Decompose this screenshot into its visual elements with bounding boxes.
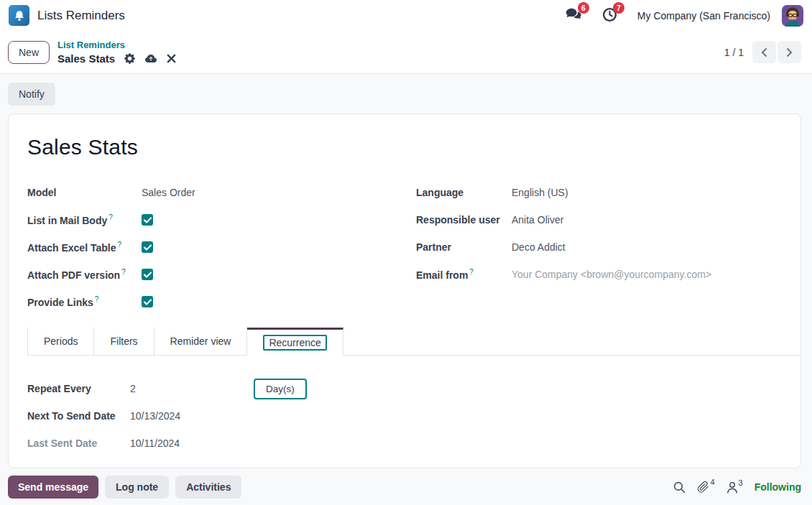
activities-button[interactable]: Activities <box>175 476 241 499</box>
tab-remider-view[interactable]: Remider view <box>154 328 248 355</box>
list-in-mail-body-checkbox[interactable] <box>142 214 153 226</box>
app-title[interactable]: Lists Reminders <box>37 9 125 23</box>
field-partner: Partner Deco Addict <box>416 233 801 261</box>
field-model: Model Sales Order <box>27 179 416 206</box>
field-list-in-mail-body: List in Mail Body? <box>27 206 416 233</box>
notebook-tabs: Periods Filters Remider view Recurrence <box>27 328 800 356</box>
control-panel: New List Reminders Sales Stats 1 / 1 <box>0 31 812 74</box>
field-label: Email from? <box>416 268 512 281</box>
new-button[interactable]: New <box>8 41 50 64</box>
followers-button[interactable]: 3 <box>726 481 743 494</box>
recurrence-tab-pane: Repeat Every 2 Day(s) Next To Send Date … <box>27 356 801 457</box>
app-menu-icon[interactable] <box>9 5 29 26</box>
breadcrumb: List Reminders Sales Stats <box>57 40 176 65</box>
left-field-column: Model Sales Order List in Mail Body? Att… <box>27 179 416 315</box>
send-message-button[interactable]: Send message <box>8 476 98 499</box>
top-navbar: Lists Reminders 6 7 My Company (San Fran… <box>0 0 812 31</box>
followers-count: 3 <box>739 478 743 487</box>
person-icon <box>726 481 738 494</box>
tab-filters[interactable]: Filters <box>94 328 154 355</box>
field-provide-links: Provide Links? <box>27 288 416 315</box>
pager-counter: 1 / 1 <box>724 47 744 58</box>
user-avatar[interactable] <box>782 5 803 27</box>
provide-links-checkbox[interactable] <box>142 296 153 307</box>
attach-excel-table-checkbox[interactable] <box>142 241 153 253</box>
following-toggle[interactable]: Following <box>755 481 801 493</box>
activities-menu[interactable]: 7 <box>602 7 617 24</box>
activities-badge: 7 <box>613 2 624 14</box>
field-label: Repeat Every <box>27 383 130 394</box>
search-icon <box>673 481 686 494</box>
email-from-value[interactable]: Your Company <brown@yourcompany.com> <box>512 269 711 280</box>
statusbar: Notify <box>0 74 812 113</box>
fields-grid: Model Sales Order List in Mail Body? Att… <box>27 179 801 315</box>
check-icon <box>144 299 152 305</box>
check-icon <box>144 244 152 251</box>
field-language: Language English (US) <box>416 179 801 206</box>
field-attach-excel-table: Attach Excel Table? <box>27 233 416 261</box>
chatter-toolbar: Send message Log note Activities 4 3 Fol… <box>8 475 801 499</box>
field-label: Attach Excel Table? <box>27 241 142 254</box>
attachments-count: 4 <box>710 478 714 486</box>
field-label: Model <box>27 187 142 198</box>
breadcrumb-parent-link[interactable]: List Reminders <box>57 40 176 51</box>
help-icon[interactable]: ? <box>109 213 113 221</box>
check-icon <box>144 217 152 223</box>
chevron-right-icon <box>786 47 793 57</box>
company-switcher[interactable]: My Company (San Francisco) <box>637 10 770 22</box>
field-label: Next To Send Date <box>27 410 130 422</box>
next-to-send-date-value[interactable]: 10/13/2024 <box>130 410 180 422</box>
help-icon[interactable]: ? <box>469 268 474 276</box>
repeat-unit-button[interactable]: Day(s) <box>254 379 307 399</box>
messages-menu[interactable]: 6 <box>565 7 582 24</box>
partner-value[interactable]: Deco Addict <box>512 241 566 253</box>
field-label: Language <box>416 187 512 198</box>
pager-previous-button[interactable] <box>752 41 776 63</box>
tab-periods[interactable]: Periods <box>27 328 94 355</box>
field-label: Attach PDF version? <box>27 268 142 281</box>
field-last-sent-date: Last Sent Date 10/11/2024 <box>27 430 801 457</box>
settings-gear-icon[interactable] <box>124 53 135 64</box>
field-responsible-user: Responsible user Anita Oliver <box>416 206 801 233</box>
paperclip-icon <box>697 481 709 494</box>
field-attach-pdf-version: Attach PDF version? <box>27 261 416 288</box>
responsible-user-value[interactable]: Anita Oliver <box>512 214 563 226</box>
field-next-to-send-date: Next To Send Date 10/13/2024 <box>27 402 801 430</box>
help-icon[interactable]: ? <box>95 295 99 303</box>
attach-pdf-version-checkbox[interactable] <box>142 269 153 280</box>
field-repeat-every: Repeat Every 2 Day(s) <box>27 375 801 402</box>
log-note-button[interactable]: Log note <box>105 476 169 499</box>
help-icon[interactable]: ? <box>117 241 121 249</box>
pager: 1 / 1 <box>724 41 801 63</box>
attachments-button[interactable]: 4 <box>697 481 714 494</box>
notify-button[interactable]: Notify <box>8 83 55 106</box>
model-value[interactable]: Sales Order <box>142 187 195 198</box>
messages-badge: 6 <box>578 2 589 14</box>
breadcrumb-current: Sales Stats <box>57 52 115 65</box>
field-email-from: Email from? Your Company <brown@yourcomp… <box>416 261 801 288</box>
discard-x-icon[interactable] <box>167 54 176 63</box>
bell-icon <box>13 9 26 22</box>
repeat-every-value[interactable]: 2 <box>130 383 254 394</box>
field-label: Provide Links? <box>27 295 142 308</box>
field-label: Partner <box>416 241 512 253</box>
save-cloud-icon[interactable] <box>144 53 157 65</box>
help-icon[interactable]: ? <box>121 268 126 276</box>
chevron-left-icon <box>761 47 767 57</box>
field-label: List in Mail Body? <box>27 213 142 226</box>
form-sheet: Sales Stats Model Sales Order List in Ma… <box>8 113 801 468</box>
last-sent-date-value: 10/11/2024 <box>130 437 180 449</box>
right-field-column: Language English (US) Responsible user A… <box>416 179 801 315</box>
field-label: Responsible user <box>416 214 512 226</box>
search-messages-button[interactable] <box>673 481 686 494</box>
tab-recurrence[interactable]: Recurrence <box>247 328 343 356</box>
field-label: Last Sent Date <box>27 437 130 449</box>
pager-next-button[interactable] <box>778 41 801 63</box>
record-title[interactable]: Sales Stats <box>27 135 801 159</box>
language-value[interactable]: English (US) <box>512 187 568 198</box>
check-icon <box>144 272 152 278</box>
